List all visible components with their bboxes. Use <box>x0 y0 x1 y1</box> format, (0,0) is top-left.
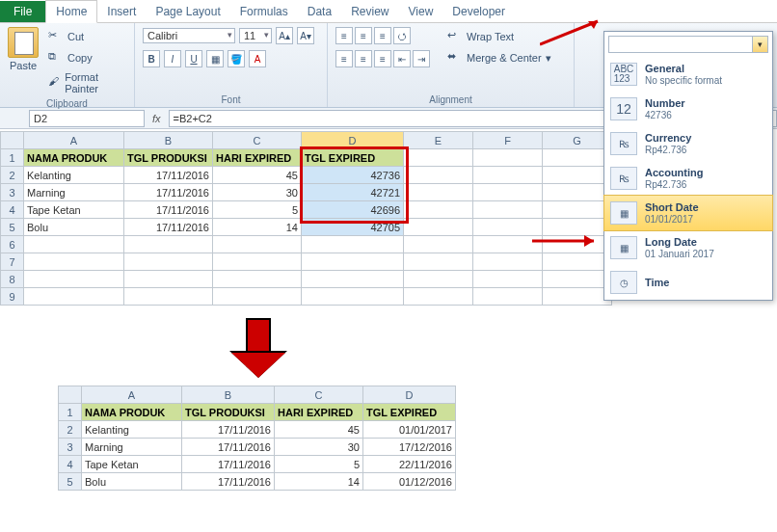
row-header-7[interactable]: 7 <box>1 253 24 271</box>
cell-d2[interactable]: 42736 <box>302 167 404 184</box>
font-name-combo[interactable]: Calibri <box>143 28 235 43</box>
tab-formulas[interactable]: Formulas <box>230 1 298 22</box>
col-header-f[interactable]: F <box>473 132 543 149</box>
format-time[interactable]: ◷ Time <box>604 265 772 300</box>
name-box[interactable]: D2 <box>29 110 145 127</box>
cell-d3[interactable]: 42721 <box>302 184 404 201</box>
font-size-combo[interactable]: 11 <box>239 28 272 43</box>
col-header-d[interactable]: D <box>302 132 404 149</box>
indent-inc-button[interactable]: ⇥ <box>413 50 430 67</box>
cell-f4[interactable] <box>473 201 543 219</box>
cell-f2[interactable] <box>473 167 543 184</box>
cell-g4[interactable] <box>543 201 612 219</box>
format-painter-button[interactable]: 🖌Format Painter <box>44 69 126 96</box>
cell-g1[interactable] <box>543 149 612 167</box>
cell-c4[interactable]: 5 <box>213 201 302 219</box>
row-header-1[interactable]: 1 <box>1 149 24 167</box>
cell-g2[interactable] <box>543 167 612 184</box>
row-header-6[interactable]: 6 <box>1 236 24 253</box>
wrap-text-button[interactable]: ↩Wrap Text <box>443 27 555 46</box>
tab-view[interactable]: View <box>399 1 443 22</box>
col-header-e[interactable]: E <box>404 132 473 149</box>
row-header-4[interactable]: 4 <box>1 201 24 219</box>
cell-e3[interactable] <box>404 184 473 201</box>
grow-font-button[interactable]: A▴ <box>276 27 293 44</box>
bold-button[interactable]: B <box>143 50 160 67</box>
border-button[interactable]: ▦ <box>206 50 224 67</box>
orientation-button[interactable]: ⭯ <box>393 27 411 44</box>
format-general[interactable]: ABC 123 GeneralNo specific format <box>604 57 772 92</box>
col-header-b[interactable]: B <box>124 132 213 149</box>
format-short-date[interactable]: ▦ Short Date01/01/2017 <box>603 195 773 231</box>
col-header-c[interactable]: C <box>213 132 302 149</box>
cut-button[interactable]: ✂Cut <box>44 27 126 46</box>
underline-button[interactable]: U <box>185 50 202 67</box>
chevron-down-icon[interactable]: ▾ <box>752 37 767 52</box>
align-right-button[interactable]: ≡ <box>374 50 391 67</box>
cell-b5[interactable]: 17/11/2016 <box>124 219 213 236</box>
cell-c5[interactable]: 14 <box>213 219 302 236</box>
cell-c2[interactable]: 45 <box>213 167 302 184</box>
align-bottom-button[interactable]: ≡ <box>374 27 391 44</box>
cell-e2[interactable] <box>404 167 473 184</box>
row-header-9[interactable]: 9 <box>1 288 24 306</box>
cell-a1[interactable]: NAMA PRODUK <box>24 149 124 167</box>
italic-button[interactable]: I <box>164 50 181 67</box>
cell-g5[interactable] <box>543 219 612 236</box>
row-header-8[interactable]: 8 <box>1 271 24 288</box>
indent-dec-button[interactable]: ⇤ <box>393 50 411 67</box>
tab-insert[interactable]: Insert <box>97 1 146 22</box>
cell-e1[interactable] <box>404 149 473 167</box>
cell-c3[interactable]: 30 <box>213 184 302 201</box>
cell-a2[interactable]: Kelanting <box>24 167 124 184</box>
font-color-button[interactable]: A <box>249 50 266 67</box>
cell-f1[interactable] <box>473 149 543 167</box>
row-header-5[interactable]: 5 <box>1 219 24 236</box>
cell-e5[interactable] <box>404 219 473 236</box>
cell-a5[interactable]: Bolu <box>24 219 124 236</box>
cell-d4[interactable]: 42696 <box>302 201 404 219</box>
tab-file[interactable]: File <box>0 1 45 22</box>
format-long-date[interactable]: ▦ Long Date01 Januari 2017 <box>604 230 772 265</box>
format-currency[interactable]: ₨ CurrencyRp42.736 <box>604 126 772 161</box>
align-middle-button[interactable]: ≡ <box>355 27 372 44</box>
tab-data[interactable]: Data <box>298 1 341 22</box>
col-header-g[interactable]: G <box>543 132 612 149</box>
calendar-icon: ▦ <box>610 201 637 225</box>
paste-icon[interactable] <box>8 27 39 58</box>
align-left-button[interactable]: ≡ <box>335 50 353 67</box>
tab-developer[interactable]: Developer <box>442 1 515 22</box>
cell-f5[interactable] <box>473 219 543 236</box>
cell-e4[interactable] <box>404 201 473 219</box>
col-header-a[interactable]: A <box>24 132 124 149</box>
fx-icon[interactable]: fx <box>145 113 169 124</box>
fill-color-button[interactable]: 🪣 <box>228 50 245 67</box>
cell-b4[interactable]: 17/11/2016 <box>124 201 213 219</box>
cell-d1[interactable]: TGL EXPIRED <box>302 149 404 167</box>
format-accounting[interactable]: ₨ AccountingRp42.736 <box>604 161 772 196</box>
cell-b3[interactable]: 17/11/2016 <box>124 184 213 201</box>
cell-d5[interactable]: 42705 <box>302 219 404 236</box>
cell-b2[interactable]: 17/11/2016 <box>124 167 213 184</box>
cell-a3[interactable]: Marning <box>24 184 124 201</box>
tab-home[interactable]: Home <box>45 0 97 23</box>
paste-button[interactable]: Paste <box>10 60 37 71</box>
cell-a4[interactable]: Tape Ketan <box>24 201 124 219</box>
format-number[interactable]: 12 Number42736 <box>604 92 772 126</box>
select-all-corner[interactable] <box>1 132 24 149</box>
tab-review[interactable]: Review <box>341 1 398 22</box>
copy-button[interactable]: ⧉Copy <box>44 48 126 67</box>
row-header-2[interactable]: 2 <box>1 167 24 184</box>
merge-center-button[interactable]: ⬌Merge & Center ▾ <box>443 48 555 67</box>
align-center-button[interactable]: ≡ <box>355 50 372 67</box>
grid[interactable]: A B C D E F G 1 NAMA PRODUK TGL PRODUKSI… <box>0 131 612 306</box>
align-top-button[interactable]: ≡ <box>335 27 353 44</box>
shrink-font-button[interactable]: A▾ <box>297 27 314 44</box>
number-format-combo[interactable]: ▾ <box>608 36 768 53</box>
tab-page-layout[interactable]: Page Layout <box>146 1 229 22</box>
cell-g3[interactable] <box>543 184 612 201</box>
cell-b1[interactable]: TGL PRODUKSI <box>124 149 213 167</box>
cell-f3[interactable] <box>473 184 543 201</box>
row-header-3[interactable]: 3 <box>1 184 24 201</box>
cell-c1[interactable]: HARI EXPIRED <box>213 149 302 167</box>
